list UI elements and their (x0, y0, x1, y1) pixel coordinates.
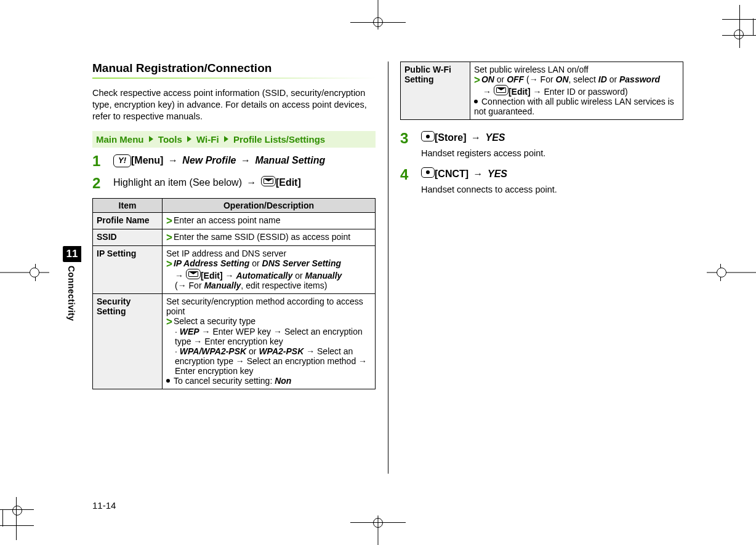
table-row: SSID >Enter the same SSID (ESSID) as acc… (93, 229, 376, 245)
breadcrumb-item: Main Menu (96, 134, 144, 145)
row-item: Security Setting (93, 293, 163, 389)
mail-softkey-icon (186, 269, 201, 279)
bullet-icon (166, 379, 170, 383)
menu-label: [Menu] (131, 155, 163, 165)
side-tab-name: Connectivity (66, 266, 76, 321)
center-key-icon (421, 131, 435, 141)
breadcrumb-arrow-icon (187, 136, 191, 142)
side-tab: 11 Connectivity (63, 246, 81, 321)
chevron-icon: > (166, 258, 172, 269)
row-op: Set IP address and DNS server >IP Addres… (163, 245, 376, 293)
step-number: 2 (92, 176, 113, 191)
crop-mark-top-right (707, 5, 756, 48)
center-key-icon (421, 167, 435, 178)
store-label: [Store] (435, 132, 467, 143)
registration-mark-right (707, 264, 756, 281)
arrow-icon: → (168, 155, 178, 165)
registration-mark-top (350, 0, 406, 31)
row-op: Set security/encryption method according… (163, 293, 376, 389)
table-row: Security Setting Set security/encryption… (93, 293, 376, 389)
breadcrumb-arrow-icon (149, 136, 153, 142)
breadcrumb-item: Tools (158, 134, 182, 145)
registration-mark-left (0, 264, 49, 281)
step-2: 2 Highlight an item (See below) → [Edit] (92, 176, 376, 191)
section-title: Manual Registration/Connection (92, 62, 376, 75)
cnct-label: [CNCT] (435, 169, 468, 179)
registration-mark-bottom (350, 514, 406, 545)
step-4: 4 [CNCT] → YES Handset connects to acces… (400, 167, 683, 196)
mail-softkey-icon (494, 85, 509, 95)
chevron-icon: > (166, 231, 172, 243)
operation-table-continued: Public W-Fi Setting Set public wireless … (400, 62, 683, 120)
crop-mark-bottom-left (0, 497, 49, 540)
breadcrumb-item: Wi-Fi (196, 134, 219, 145)
table-row: IP Setting Set IP address and DNS server… (93, 245, 376, 293)
mail-softkey-icon (261, 176, 276, 186)
chevron-icon: > (474, 74, 480, 86)
manual-setting-label: Manual Setting (255, 155, 325, 165)
lead-text: Check respective access point informatio… (92, 87, 376, 122)
breadcrumb-arrow-icon (224, 136, 228, 142)
side-tab-number: 11 (63, 246, 81, 262)
right-column: Public W-Fi Setting Set public wireless … (388, 62, 683, 389)
table-row: Public W-Fi Setting Set public wireless … (401, 62, 683, 120)
row-op: >Enter an access point name (163, 212, 376, 229)
row-item: Profile Name (93, 212, 163, 229)
yes-label: YES (488, 169, 507, 179)
operation-table: Item Operation/Description Profile Name … (92, 198, 376, 389)
arrow-icon: → (241, 155, 251, 165)
step-3: 3 [Store] → YES Handset registers access… (400, 131, 683, 160)
row-item: IP Setting (93, 245, 163, 293)
step-number: 4 (400, 167, 421, 196)
chevron-icon: > (166, 215, 172, 226)
row-op: >Enter the same SSID (ESSID) as access p… (163, 229, 376, 245)
y-softkey-icon: Y! (113, 154, 131, 167)
left-column: Manual Registration/Connection Check res… (92, 62, 388, 389)
arrow-icon: → (471, 132, 481, 143)
column-divider (388, 62, 388, 474)
page-content: 11 Connectivity Manual Registration/Conn… (92, 62, 683, 511)
row-item: SSID (93, 229, 163, 245)
step-number: 3 (400, 131, 421, 160)
table-header-op: Operation/Description (163, 198, 376, 212)
new-profile-label: New Profile (182, 155, 236, 165)
breadcrumb-item: Profile Lists/Settings (233, 134, 325, 145)
arrow-icon: → (473, 169, 483, 179)
row-item: Public W-Fi Setting (401, 62, 470, 120)
step-4-sub: Handset connects to access point. (421, 183, 557, 196)
table-header-item: Item (93, 198, 163, 212)
step-1: 1 Y![Menu] → New Profile → Manual Settin… (92, 154, 376, 169)
arrow-icon: → (246, 177, 256, 188)
bullet-icon (474, 100, 478, 103)
yes-label: YES (485, 132, 505, 143)
title-underline (92, 78, 376, 79)
chevron-icon: > (166, 316, 172, 327)
edit-label: [Edit] (276, 177, 301, 188)
step-number: 1 (92, 154, 113, 169)
breadcrumb: Main Menu Tools Wi-Fi Profile Lists/Sett… (92, 131, 376, 148)
row-op: Set public wireless LAN on/off >ON or OF… (470, 62, 683, 120)
table-row: Profile Name >Enter an access point name (93, 212, 376, 229)
step-3-sub: Handset registers access point. (421, 147, 545, 159)
step-2-text: Highlight an item (See below) (113, 177, 244, 188)
page-number: 11-14 (92, 500, 116, 511)
